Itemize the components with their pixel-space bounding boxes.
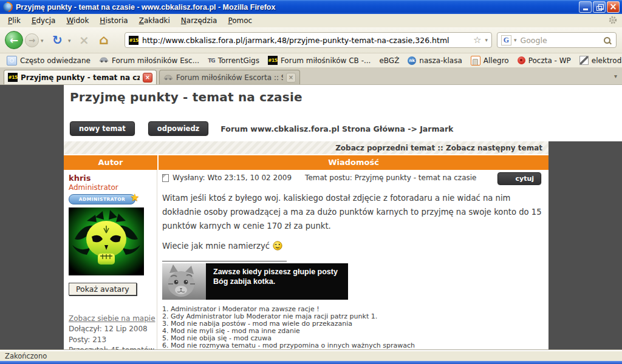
bookmark-forum-escort[interactable]: Forum miłośników Esc...: [95, 56, 203, 65]
minimize-button[interactable]: [579, 1, 592, 13]
forum-table: Zobacz poprzedni temat :: Zobacz następn…: [64, 141, 549, 350]
signature-image: Zawsze kiedy piszesz głupie posty Bóg za…: [162, 263, 348, 300]
back-history-dropdown-icon[interactable]: ▾: [41, 38, 44, 44]
bookmarks-toolbar: Często odwiedzane Forum miłośników Esc..…: [0, 53, 622, 68]
post-page-icon: [162, 174, 169, 182]
post-subject: Temat postu: Przyjmę punkty - temat na c…: [305, 174, 476, 182]
tab-active-przyjme-punkty[interactable]: #15 Przyjmę punkty - temat na czasi... ×: [4, 70, 157, 84]
navigation-toolbar: ← → ▾ ↻ ▾ × ⌂ #15 http://www.cbkalisz.fo…: [0, 27, 622, 53]
urlbar-dropdown-icon[interactable]: ▾: [485, 37, 488, 43]
breadcrumb[interactable]: Forum www.cbkalisz.fora.pl Strona Główna…: [220, 124, 453, 133]
topic-prev-next-links[interactable]: Zobacz poprzedni temat :: Zobacz następn…: [64, 141, 549, 154]
tab-forum-escorta[interactable]: Forum miłośników Escorta :: Strona Głó..…: [159, 70, 300, 84]
elektroda-icon: [579, 56, 589, 65]
menu-historia[interactable]: Historia: [94, 15, 133, 26]
close-button[interactable]: [607, 1, 620, 13]
bookmark-torrentgigs[interactable]: TG TorrentGigs: [203, 56, 264, 65]
user-rank: Administrator: [69, 183, 157, 192]
search-engine-dropdown-icon[interactable]: ▾: [514, 37, 517, 43]
car-icon: [99, 56, 109, 65]
address-bar[interactable]: #15 http://www.cbkalisz.fora.pl/jarmark,…: [125, 32, 492, 48]
window-title: Przyjmę punkty - temat na czasie - www.c…: [16, 3, 275, 12]
show-avatars-button[interactable]: Pokaż avatary: [69, 283, 137, 295]
topic-title: Przyjmę punkty - temat na czasie: [64, 85, 622, 104]
new-topic-button[interactable]: nowy temat: [70, 121, 135, 136]
post-sent-date: Wysłany: Wto 23:15, 10 02 2009: [173, 174, 292, 182]
gear-icon: [609, 15, 617, 27]
menu-widok[interactable]: Widok: [61, 15, 94, 26]
google-icon: G: [501, 35, 511, 46]
bookmark-allegro[interactable]: Allegro: [466, 56, 513, 66]
message-cell: Wysłany: Wto 23:15, 10 02 2009 Temat pos…: [157, 170, 549, 350]
kitten-image: [162, 263, 206, 300]
post-header: Wysłany: Wto 23:15, 10 02 2009 Temat pos…: [162, 174, 544, 182]
back-button[interactable]: ←: [5, 31, 23, 49]
joined-date: Dołączył: 12 Lip 2008: [69, 325, 157, 334]
search-icon[interactable]: [604, 37, 610, 44]
taskbar-edge: [0, 361, 622, 364]
status-bar: Zakończono: [0, 350, 622, 361]
post-count: Posty: 213: [69, 335, 157, 345]
post-body-line2: Wiecie jak mnie namierzyć: [162, 241, 270, 251]
column-header-author: Autor: [64, 155, 157, 170]
menu-zakladki[interactable]: Zakładki: [134, 15, 176, 26]
tab1-favicon: #15: [8, 73, 18, 82]
refresh-dropdown-icon[interactable]: ▾: [68, 38, 71, 44]
tab1-label: Przyjmę punkty - temat na czasi...: [21, 73, 140, 82]
url-text[interactable]: http://www.cbkalisz.fora.pl/jarmark,48/p…: [142, 36, 470, 45]
history-folder-icon: [7, 56, 17, 66]
stop-button[interactable]: ×: [79, 33, 89, 47]
tab2-label: Forum miłośników Escorta :: Strona Głó..…: [176, 73, 283, 82]
bookmark-nasza-klasa[interactable]: nk nasza-klasa: [403, 56, 466, 65]
refresh-button[interactable]: ↻: [52, 33, 63, 47]
column-header-message: Wiadomość: [159, 155, 549, 170]
tab1-close-icon[interactable]: ×: [143, 73, 152, 83]
map-link[interactable]: Zobacz siebie na mapie: [69, 314, 157, 323]
title-bar: Przyjmę punkty - temat na czasie - www.c…: [0, 0, 622, 14]
forum-page-header: Przyjmę punkty - temat na czasie nowy te…: [64, 85, 622, 141]
menu-narzedzia[interactable]: Narzędzia: [176, 15, 223, 26]
wp-flower-icon: [518, 56, 525, 64]
bookmark-poczta-wp[interactable]: Poczta - WP: [513, 56, 575, 65]
administrator-badge: ADMINISTRATOR ★: [69, 194, 135, 204]
tab-list-dropdown-icon[interactable]: ▾: [614, 73, 617, 79]
author-cell: khris Administrator ADMINISTRATOR ★: [64, 170, 157, 350]
firefox-icon: [3, 2, 12, 12]
username[interactable]: khris: [69, 174, 157, 183]
signature-divider: [162, 261, 287, 261]
menu-bar: Plik Edycja Widok Historia Zakładki Narz…: [0, 14, 622, 27]
bookmark-ebgz[interactable]: eBGŻ: [375, 56, 403, 65]
topics-read: Przeczytał: 45 tematów: [69, 346, 157, 350]
tab-bar: #15 Przyjmę punkty - temat na czasi... ×…: [0, 68, 622, 85]
bookmark-star-icon[interactable]: ☆: [473, 35, 481, 46]
reply-button[interactable]: odpowiedz: [148, 121, 209, 136]
bookmark-forum-cb[interactable]: #15 Forum miłośników CB -...: [264, 56, 375, 65]
firefox-window: Przyjmę punkty - temat na czasie - www.c…: [0, 0, 622, 364]
quote-button[interactable]: cytuj: [497, 172, 541, 185]
cb15-icon: #15: [268, 56, 278, 65]
torrentgigs-icon: TG: [208, 58, 215, 64]
nasza-klasa-icon: nk: [408, 56, 416, 65]
restore-button[interactable]: [593, 1, 606, 13]
bookmark-elektroda[interactable]: elektroda.pl - forum el...: [575, 56, 622, 65]
wink-smiley-icon: [273, 241, 282, 251]
menu-plik[interactable]: Plik: [2, 15, 26, 26]
menu-edycja[interactable]: Edycja: [26, 15, 61, 26]
post-body: Witam jeśli ktoś z byłego woj. kaliskieg…: [162, 191, 545, 233]
avatar: [69, 207, 144, 275]
badge-star-icon: ★: [130, 192, 140, 203]
menu-pomoc[interactable]: Pomoc: [222, 15, 258, 26]
search-input[interactable]: [519, 35, 601, 46]
site-favicon: #15: [129, 36, 138, 45]
page-viewport: Przyjmę punkty - temat na czasie nowy te…: [0, 85, 622, 350]
allegro-hand-icon: [471, 56, 480, 66]
home-button[interactable]: ⌂: [99, 32, 109, 47]
search-box[interactable]: G ▾: [497, 32, 617, 48]
forward-button[interactable]: →: [25, 33, 39, 47]
tab2-car-icon: [163, 72, 173, 83]
tab2-close-icon[interactable]: ×: [286, 73, 296, 83]
status-text: Zakończono: [5, 352, 47, 360]
signature-rules: 1. Administrator i Moderator ma zawsze r…: [162, 306, 544, 350]
bookmark-czesto-odwiedzane[interactable]: Często odwiedzane: [2, 56, 95, 66]
signature-image-text: Zawsze kiedy piszesz głupie posty Bóg za…: [206, 263, 348, 300]
